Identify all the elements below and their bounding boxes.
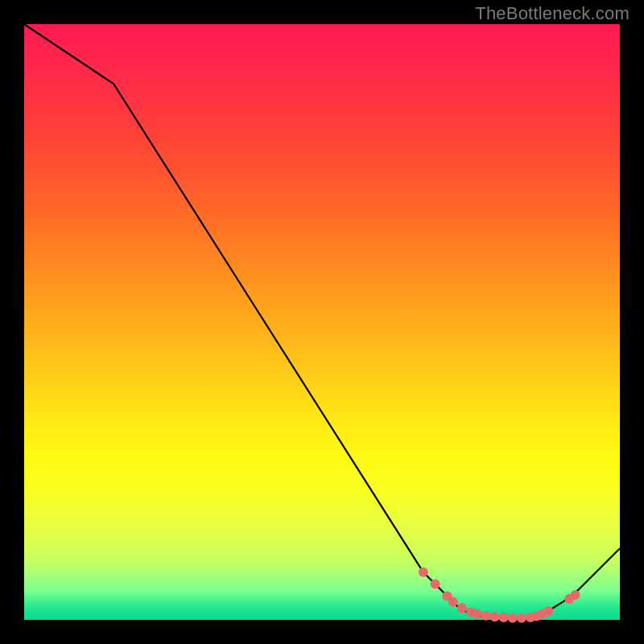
chart-svg xyxy=(24,24,620,620)
watermark-text: TheBottleneck.com xyxy=(475,3,630,24)
chart-marker xyxy=(517,613,526,623)
chart-frame: TheBottleneck.com xyxy=(0,0,644,644)
chart-marker xyxy=(508,613,518,623)
chart-marker xyxy=(448,597,458,607)
plot-area xyxy=(24,24,620,620)
chart-marker xyxy=(571,590,580,600)
chart-marker xyxy=(419,568,428,577)
chart-line xyxy=(24,24,620,618)
chart-marker xyxy=(457,603,467,613)
chart-marker xyxy=(472,609,481,619)
chart-marker xyxy=(499,613,509,622)
chart-marker xyxy=(490,612,500,621)
chart-marker xyxy=(543,606,553,616)
chart-marker xyxy=(481,611,491,621)
chart-marker xyxy=(431,580,440,589)
chart-markers xyxy=(419,568,580,623)
